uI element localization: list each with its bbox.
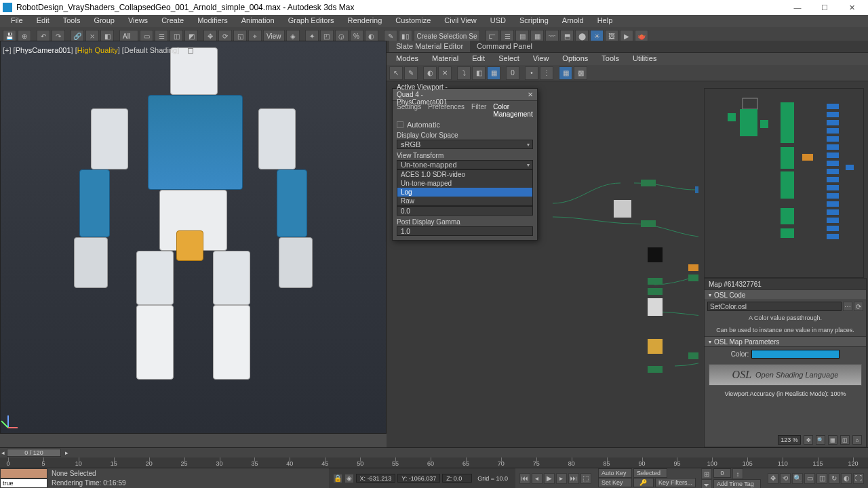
map-header[interactable]: Map #614327761 <box>705 279 866 289</box>
menu-rendering[interactable]: Rendering <box>341 15 389 27</box>
sme-layout-icon[interactable]: • <box>525 66 538 80</box>
popup-tab-settings[interactable]: Settings <box>397 103 421 115</box>
time-config-icon[interactable]: ⊞ <box>701 468 712 479</box>
sme-assign-icon[interactable]: ◐ <box>423 66 437 80</box>
fov-icon[interactable]: ▭ <box>804 473 815 484</box>
key-target-dropdown[interactable]: Selected <box>633 468 667 478</box>
osl-script-field[interactable] <box>707 302 842 311</box>
key-mode-icon[interactable]: ⬚ <box>580 473 591 484</box>
sme-grid2-icon[interactable]: ▩ <box>574 66 587 80</box>
coord-y[interactable]: Y: -1066.037 <box>397 474 440 483</box>
setkey-button[interactable]: Set Key <box>598 478 632 487</box>
key-filters-button[interactable]: Key Filters... <box>655 478 696 487</box>
lock-icon[interactable]: 🔒 <box>333 474 342 483</box>
sme-grid1-icon[interactable]: ▦ <box>559 66 572 80</box>
menu-file[interactable]: File <box>4 15 30 27</box>
play-icon[interactable]: ▶ <box>544 473 555 484</box>
sme-menu-view[interactable]: View <box>526 53 556 65</box>
rollup-osl-code[interactable]: OSL Code <box>705 289 866 300</box>
color-swatch[interactable] <box>751 350 840 359</box>
autokey-button[interactable]: Auto Key <box>598 468 632 478</box>
menu-customize[interactable]: Customize <box>389 15 437 27</box>
sme-move-children-icon[interactable]: ⤵ <box>457 66 471 80</box>
add-time-tag[interactable]: Add Time Tag <box>713 479 761 488</box>
menu-scripting[interactable]: Scripting <box>513 15 555 27</box>
orbit-icon[interactable]: ⟲ <box>780 473 791 484</box>
vt-option-untone[interactable]: Un-tone-mapped <box>397 179 532 188</box>
sme-hide-icon[interactable]: ◧ <box>472 66 486 80</box>
display-cs-dropdown[interactable]: sRGB <box>397 140 533 149</box>
walk-icon[interactable]: ◐ <box>841 473 852 484</box>
tab-command-panel[interactable]: Command Panel <box>470 41 539 52</box>
viewport-label[interactable]: [+] [PhysCamera001] [High Quality] [Defa… <box>3 46 193 55</box>
sme-menu-utilities[interactable]: Utilities <box>626 53 663 65</box>
maximize-button[interactable]: ☐ <box>811 1 838 14</box>
menu-graph-editors[interactable]: Graph Editors <box>281 15 341 27</box>
time-tag-icon[interactable]: ⏷ <box>701 479 712 488</box>
vt-option-raw[interactable]: Raw <box>397 197 532 205</box>
roll-icon[interactable]: ↻ <box>829 473 840 484</box>
time-slider[interactable]: ◂ 0 / 120 ▸ <box>0 448 868 458</box>
menu-help[interactable]: Help <box>591 15 620 27</box>
menu-modifiers[interactable]: Modifiers <box>191 15 235 27</box>
zoom-region-icon[interactable]: ◫ <box>840 435 850 445</box>
time-ruler[interactable]: 0510152025303540455055606570758085909510… <box>0 458 868 468</box>
node-graph-canvas[interactable] <box>539 81 698 447</box>
sme-delete-icon[interactable]: ✕ <box>438 66 452 80</box>
post-gamma-spinner[interactable]: 1.0 <box>397 226 533 236</box>
close-button[interactable]: ✕ <box>838 1 865 14</box>
sme-menu-options[interactable]: Options <box>555 53 595 65</box>
vt-option-log[interactable]: Log <box>397 188 532 197</box>
menu-edit[interactable]: Edit <box>30 15 56 27</box>
zoom-icon[interactable]: 🔍 <box>816 435 825 445</box>
osl-reload-icon[interactable]: ⟳ <box>854 302 863 311</box>
popup-tab-preferences[interactable]: Preferences <box>428 103 465 115</box>
osl-browse-icon[interactable]: ⋯ <box>843 302 852 311</box>
sme-menu-edit[interactable]: Edit <box>465 53 492 65</box>
view-transform-dropdown[interactable]: Un-tone-mapped <box>397 160 533 169</box>
menu-arnold[interactable]: Arnold <box>555 15 591 27</box>
transform-type-icon[interactable]: ◈ <box>344 474 354 483</box>
sme-menu-material[interactable]: Material <box>425 53 465 65</box>
goto-start-icon[interactable]: ⏮ <box>519 473 530 484</box>
exposure-spinner[interactable]: 0.0 <box>397 206 533 216</box>
current-frame-field[interactable]: 0 <box>713 468 731 478</box>
menu-views[interactable]: Views <box>121 15 155 27</box>
sme-layout2-icon[interactable]: ⋮ <box>540 66 553 80</box>
sme-menu-modes[interactable]: Modes <box>389 53 425 65</box>
zoom-all-icon[interactable]: ◫ <box>816 473 827 484</box>
viewport-config-icon[interactable] <box>188 48 193 54</box>
coord-x[interactable]: X: -631.213 <box>356 474 396 483</box>
menu-civil-view[interactable]: Civil View <box>437 15 483 27</box>
zoom-percent[interactable]: 123 % <box>778 435 801 445</box>
popup-tab-filter[interactable]: Filter <box>471 103 486 115</box>
pan-view-icon[interactable]: ✥ <box>768 473 778 484</box>
coord-z[interactable]: Z: 0.0 <box>442 474 472 483</box>
slider-right-arrow[interactable]: ▸ <box>65 449 68 456</box>
sme-menu-tools[interactable]: Tools <box>595 53 626 65</box>
time-spinner-icon[interactable]: ↕ <box>732 468 743 479</box>
menu-tools[interactable]: Tools <box>56 15 87 27</box>
prev-frame-icon[interactable]: ◂ <box>532 473 542 484</box>
next-frame-icon[interactable]: ▸ <box>556 473 567 484</box>
slider-left-arrow[interactable]: ◂ <box>1 449 5 456</box>
automatic-checkbox[interactable]: Automatic <box>397 121 533 129</box>
home-icon[interactable]: ⌂ <box>852 435 862 445</box>
pan-icon[interactable]: ✥ <box>804 435 813 445</box>
tab-slate-editor[interactable]: Slate Material Editor <box>389 41 470 52</box>
dolly-icon[interactable]: 🔍 <box>792 473 803 484</box>
maxscript-result[interactable]: true <box>0 479 47 489</box>
menu-usd[interactable]: USD <box>484 15 513 27</box>
time-thumb[interactable]: 0 / 120 <box>7 449 61 457</box>
goto-end-icon[interactable]: ⏭ <box>568 473 579 484</box>
rollup-osl-map-params[interactable]: OSL Map Parameters <box>705 336 866 347</box>
minimize-button[interactable]: — <box>784 1 811 14</box>
zoom-extents-icon[interactable]: ▦ <box>828 435 837 445</box>
vt-option-aces[interactable]: ACES 1.0 SDR-video <box>397 170 532 179</box>
menu-animation[interactable]: Animation <box>235 15 281 27</box>
maxscript-mini-listener[interactable] <box>0 468 47 479</box>
menu-group[interactable]: Group <box>87 15 121 27</box>
sme-pick-icon[interactable]: ✎ <box>404 66 418 80</box>
max-toggle-icon[interactable]: ⛶ <box>853 473 864 484</box>
sme-menu-select[interactable]: Select <box>492 53 526 65</box>
